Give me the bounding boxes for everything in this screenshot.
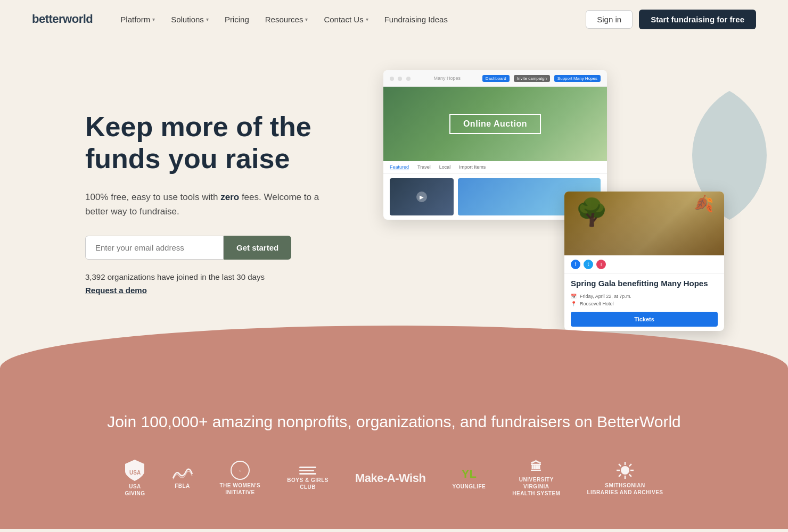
hero-subtitle: 100% free, easy to use tools with zero f…: [85, 190, 341, 219]
chevron-down-icon: ▾: [206, 16, 209, 22]
tab-travel[interactable]: Travel: [417, 164, 431, 170]
email-form: Get started: [85, 236, 341, 260]
mockup-btn-invite: Invite campaign: [514, 75, 550, 82]
svg-line-6: [619, 464, 621, 466]
event-title: Spring Gala benefitting Many Hopes: [571, 278, 718, 289]
facebook-icon[interactable]: f: [571, 260, 580, 269]
mockup-url: Many Hopes: [416, 76, 478, 81]
svg-point-1: [621, 466, 629, 475]
smithsonian-logo: SmithsonianLibraries and Archives: [587, 461, 663, 496]
auction-hero-image: Online Auction: [383, 87, 607, 161]
dot-icon: [398, 77, 402, 81]
usa-logo: USA USAGIVING: [125, 460, 145, 497]
make-a-wish-logo: Make-A-Wish: [355, 471, 425, 485]
get-started-button[interactable]: Get started: [224, 236, 291, 260]
uva-label: UNIVERSITYVIRGINIAHEALTH SYSTEM: [512, 476, 560, 497]
event-social-icons: f t i: [564, 255, 724, 274]
fbla-label: FBLA: [175, 483, 190, 489]
boys-girls-club-label: BOYS & GIRLSCLUB: [287, 477, 329, 491]
svg-text:USA: USA: [129, 470, 141, 476]
fbla-logo: FBLA: [172, 468, 193, 489]
mockup-video: ▶: [390, 178, 454, 215]
tab-featured[interactable]: Featured: [390, 164, 409, 170]
nav-pricing[interactable]: Pricing: [218, 12, 256, 27]
auction-label: Online Auction: [449, 114, 541, 134]
bottom-content: Join 100,000+ amazing nonprofits, organi…: [32, 411, 756, 497]
twitter-icon[interactable]: t: [584, 260, 593, 269]
brand-logo[interactable]: betterworld: [32, 12, 93, 26]
wave-icon: [172, 468, 193, 480]
tickets-button[interactable]: Tickets: [571, 312, 718, 327]
email-input[interactable]: [85, 236, 224, 260]
event-photo: [564, 192, 724, 255]
request-demo-link[interactable]: Request a demo: [85, 286, 147, 295]
make-a-wish-text: Make-A-Wish: [355, 471, 425, 485]
shield-svg: USA: [125, 460, 144, 481]
hero-left: Keep more of the funds you raise 100% fr…: [85, 111, 341, 295]
hero-section: Keep more of the funds you raise 100% fr…: [0, 38, 788, 336]
nav-actions: Sign in Start fundraising for free: [586, 10, 756, 29]
younglife-logo: YL younglife: [452, 467, 486, 490]
tab-local[interactable]: Local: [439, 164, 451, 170]
mockup-topbar: Many Hopes Dashboard Invite campaign Sup…: [383, 70, 607, 87]
nav-contact[interactable]: Contact Us ▾: [317, 12, 374, 27]
stacked-icon: [299, 467, 316, 475]
hero-mockups: Many Hopes Dashboard Invite campaign Sup…: [362, 70, 756, 336]
nav-fundraising-ideas[interactable]: Fundraising Ideas: [378, 12, 454, 27]
circle-icon: ○: [231, 461, 250, 480]
svg-line-9: [619, 475, 621, 477]
smithsonian-label: SmithsonianLibraries and Archives: [587, 482, 663, 496]
bottom-title: Join 100,000+ amazing nonprofits, organi…: [32, 411, 756, 433]
auction-tabs: Featured Travel Local Import Items: [383, 161, 607, 174]
navbar: betterworld Platform ▾ Solutions ▾ Prici…: [0, 0, 788, 38]
nav-platform[interactable]: Platform ▾: [114, 12, 161, 27]
event-card-mockup: f t i Spring Gala benefitting Many Hopes…: [564, 192, 724, 331]
svg-line-7: [629, 475, 631, 477]
instagram-icon[interactable]: i: [596, 260, 606, 269]
event-venue: 📍 Roosevelt Hotel: [571, 301, 718, 306]
location-icon: 📍: [571, 301, 577, 306]
sun-svg: [615, 461, 635, 480]
nav-resources[interactable]: Resources ▾: [259, 12, 315, 27]
sun-icon: [615, 461, 635, 480]
start-fundraising-button[interactable]: Start fundraising for free: [639, 10, 756, 29]
boys-girls-club-logo: BOYS & GIRLSCLUB: [287, 467, 329, 491]
event-photo-overlay: [564, 192, 724, 255]
signin-button[interactable]: Sign in: [586, 10, 633, 29]
chevron-down-icon: ▾: [152, 16, 155, 22]
usa-label: USAGIVING: [125, 483, 145, 497]
younglife-text: YL: [462, 467, 477, 481]
calendar-icon: 📅: [571, 294, 577, 299]
shield-icon: USA: [125, 460, 144, 481]
mockup-dots: [390, 73, 412, 83]
event-body: Spring Gala benefitting Many Hopes 📅 Fri…: [564, 274, 724, 331]
tab-import[interactable]: Import Items: [459, 164, 486, 170]
building-icon: 🏛: [530, 460, 542, 474]
uva-logo: 🏛 UNIVERSITYVIRGINIAHEALTH SYSTEM: [512, 460, 560, 497]
nav-links: Platform ▾ Solutions ▾ Pricing Resources…: [114, 12, 586, 27]
chevron-down-icon: ▾: [366, 16, 368, 22]
mockup-btn-support: Support Many Hopes: [554, 75, 601, 82]
event-date: 📅 Friday, April 22, at 7p.m.: [571, 294, 718, 299]
mockup-btn-dashboard: Dashboard: [482, 75, 510, 82]
chevron-down-icon: ▾: [305, 16, 308, 22]
womens-initiative-logo: ○ the women'sinitiative: [220, 461, 261, 496]
dot-icon: [406, 77, 411, 81]
hero-title: Keep more of the funds you raise: [85, 111, 341, 175]
womens-initiative-label: the women'sinitiative: [220, 482, 261, 496]
wave-svg: [172, 468, 193, 480]
svg-line-8: [629, 464, 631, 466]
org-logos-row: USA USAGIVING FBLA ○ the women'sinitia: [32, 460, 756, 497]
play-button-icon[interactable]: ▶: [416, 192, 427, 202]
bottom-section: Join 100,000+ amazing nonprofits, organi…: [0, 368, 788, 529]
nav-solutions[interactable]: Solutions ▾: [165, 12, 215, 27]
social-proof-text: 3,392 organizations have joined in the l…: [85, 272, 341, 281]
dot-icon: [390, 77, 394, 81]
younglife-label: younglife: [452, 483, 486, 490]
